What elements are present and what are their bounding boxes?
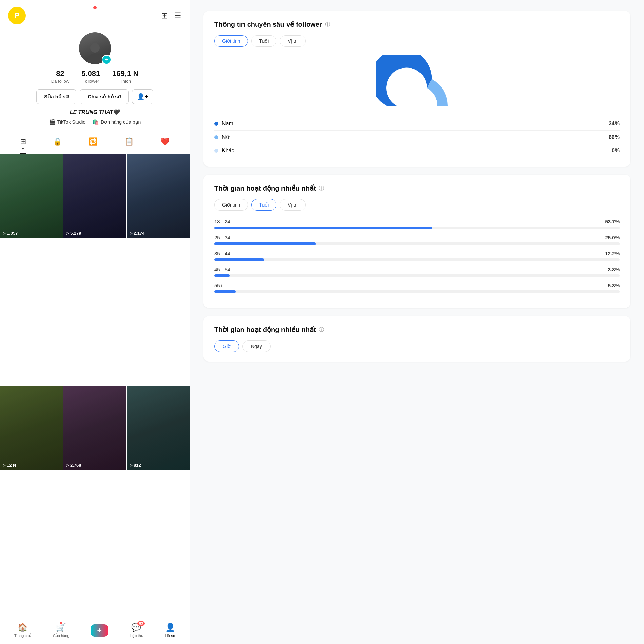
video-thumb-4[interactable]: ▷ 12 N: [0, 386, 63, 470]
bar-header-18-24: 18 - 24 53.7%: [214, 219, 620, 225]
top-bar-icons: ⊞ ☰: [161, 11, 181, 20]
follow-count: 82: [51, 69, 69, 78]
activity-info-icon-1[interactable]: ⓘ: [319, 185, 324, 192]
filter-day-btn[interactable]: Ngày: [242, 340, 271, 352]
donut-chart-svg: [376, 55, 458, 109]
follower-title-text: Thông tin chuyên sâu về follower: [214, 20, 322, 28]
tab-videos[interactable]: ⊞ ▾: [20, 137, 26, 151]
video-thumb-5[interactable]: ▷ 2.768: [63, 386, 126, 470]
bar-fill-35-44: [214, 258, 264, 261]
activity-filter-location-1[interactable]: Vị trí: [280, 199, 306, 211]
plus-btn[interactable]: +: [91, 624, 108, 637]
bar-row-35-44: 35 - 44 12.2%: [214, 251, 620, 261]
activity-title-1: Thời gian hoạt động nhiều nhất ⓘ: [214, 184, 620, 192]
likes-count: 169,1 N: [112, 69, 138, 78]
legend-khac: Khác 0%: [214, 144, 620, 157]
video-count-4: ▷ 12 N: [3, 463, 16, 468]
nav-profile[interactable]: 👤 Hồ sơ: [165, 623, 175, 638]
orders-link[interactable]: 🛍️ Đơn hàng của bạn: [92, 119, 141, 125]
nav-profile-label: Hồ sơ: [165, 633, 175, 638]
add-user-btn[interactable]: 👤+: [132, 89, 153, 104]
play-icon-1: ▷: [3, 231, 5, 235]
overlay-3: [127, 154, 190, 238]
bar-range-25-34: 25 - 34: [214, 235, 230, 240]
filter-gender-btn[interactable]: Giới tính: [214, 35, 248, 47]
video-thumb-3[interactable]: ▷ 2.174: [127, 154, 190, 238]
stat-follower: 5.081 Follower: [81, 69, 100, 84]
activity-filter-row-1: Giới tính Tuổi Vị trí: [214, 199, 620, 211]
tab-saved-icon: 📋: [124, 137, 134, 146]
links-row: 🎬 TikTok Studio 🛍️ Đơn hàng của bạn: [49, 119, 141, 125]
legend-nam: Nam 34%: [214, 117, 620, 131]
menu-icon-btn[interactable]: ☰: [174, 11, 181, 20]
nav-shop[interactable]: 🛒 Cửa hàng: [53, 623, 70, 638]
activity-info-icon-2[interactable]: ⓘ: [319, 327, 324, 333]
tiktok-studio-link[interactable]: 🎬 TikTok Studio: [49, 119, 86, 125]
khac-pct: 0%: [612, 148, 620, 154]
tab-saved[interactable]: 📋: [124, 137, 134, 151]
donut-chart-container: [214, 55, 620, 109]
video-grid: ▷ 1.057 ▷ 5.279 ▷ 2.174 ▷ 12 N: [0, 154, 190, 618]
starred-icon-btn[interactable]: ⊞: [161, 11, 168, 20]
video-thumb-6[interactable]: ▷ 812: [127, 386, 190, 470]
avatar-wrapper: +: [78, 31, 112, 65]
share-profile-btn[interactable]: Chia sẻ hồ sơ: [80, 89, 129, 104]
add-avatar-btn[interactable]: +: [102, 55, 111, 64]
home-icon: 🏠: [18, 623, 28, 632]
tab-arrow: ▾: [22, 147, 24, 151]
video-thumb-1[interactable]: ▷ 1.057: [0, 154, 63, 238]
follower-label: Follower: [81, 79, 100, 84]
nam-label: Nam: [222, 121, 233, 127]
tab-private[interactable]: 🔒: [53, 137, 62, 151]
bar-header-45-54: 45 - 54 3.8%: [214, 267, 620, 272]
shop-dot: [60, 622, 62, 624]
nam-pct: 34%: [609, 121, 620, 127]
stat-follow: 82 Đã follow: [51, 69, 69, 84]
bar-range-45-54: 45 - 54: [214, 267, 230, 272]
follow-label: Đã follow: [51, 79, 69, 84]
filter-location-btn[interactable]: Vị trí: [280, 35, 306, 47]
play-icon-6: ▷: [130, 463, 132, 467]
bar-range-55plus: 55+: [214, 282, 223, 288]
bar-pct-45-54: 3.8%: [608, 267, 620, 272]
video-thumb-2[interactable]: ▷ 5.279: [63, 154, 126, 238]
bar-track-35-44: [214, 258, 620, 261]
nav-shop-label: Cửa hàng: [53, 633, 70, 638]
filter-hour-btn[interactable]: Giờ: [214, 340, 239, 352]
bar-fill-18-24: [214, 227, 432, 229]
legend-nu-left: Nữ: [214, 134, 229, 140]
tab-repost[interactable]: 🔁: [89, 137, 98, 151]
overlay-2: [63, 154, 126, 238]
nav-inbox[interactable]: 💬 83 Hộp thư: [130, 623, 143, 638]
donut-male-arc: [427, 79, 448, 106]
inbox-badge: 83: [137, 621, 144, 626]
action-buttons: Sửa hồ sơ Chia sẻ hồ sơ 👤+: [36, 89, 153, 104]
left-panel: P ⊞ ☰ + 82 Đã follow: [0, 0, 190, 644]
nav-home[interactable]: 🏠 Trang chủ: [14, 623, 31, 638]
activity-filter-age-1[interactable]: Tuổi: [251, 199, 276, 211]
follower-filter-row: Giới tính Tuổi Vị trí: [214, 35, 620, 47]
activity-section-2: Thời gian hoạt động nhiều nhất ⓘ Giờ Ngà…: [203, 316, 630, 362]
right-panel: Thông tin chuyên sâu về follower ⓘ Giới …: [190, 0, 644, 644]
overlay-5: [63, 386, 126, 470]
edit-profile-btn[interactable]: Sửa hồ sơ: [36, 89, 76, 104]
nav-plus[interactable]: +: [91, 624, 108, 637]
khac-dot: [214, 149, 218, 153]
follower-info-icon[interactable]: ⓘ: [325, 21, 330, 28]
top-bar: P ⊞ ☰: [0, 0, 190, 28]
app-logo[interactable]: P: [8, 7, 26, 24]
play-icon-2: ▷: [66, 231, 69, 235]
video-count-5: ▷ 2.768: [66, 463, 81, 468]
overlay-4: [0, 386, 63, 470]
play-icon-5: ▷: [66, 463, 69, 467]
tab-liked[interactable]: ❤️: [160, 137, 170, 151]
activity-filter-gender-1[interactable]: Giới tính: [214, 199, 248, 211]
likes-label: Thích: [112, 79, 138, 84]
bar-header-35-44: 35 - 44 12.2%: [214, 251, 620, 256]
video-count-2: ▷ 5.279: [66, 231, 81, 236]
filter-age-btn[interactable]: Tuổi: [251, 35, 276, 47]
overlay-6: [127, 386, 190, 470]
bar-pct-55plus: 5.3%: [608, 282, 620, 288]
bar-row-25-34: 25 - 34 25.0%: [214, 235, 620, 245]
avatar-body: [87, 53, 102, 64]
